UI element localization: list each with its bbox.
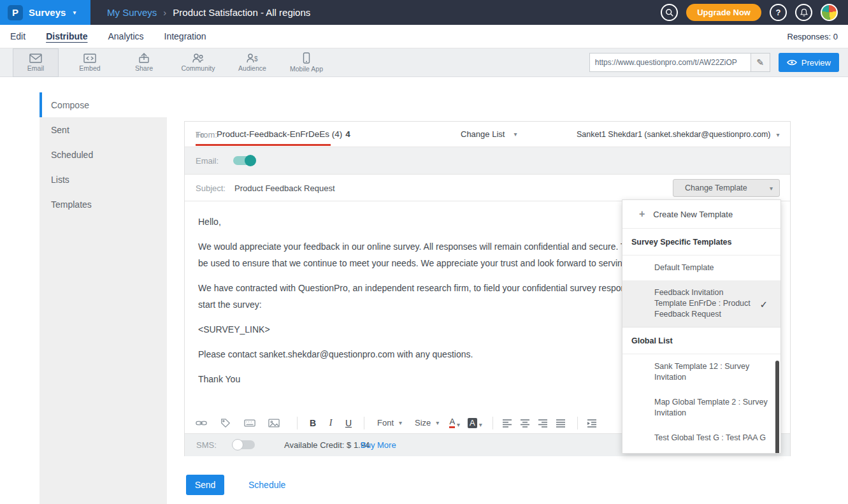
subject-row: Subject: Product Feedback Request Change… [185,175,790,201]
bold-button[interactable]: B [304,415,322,431]
align-left-icon [502,419,512,428]
underline-button[interactable]: U [340,415,357,431]
text-color-button[interactable]: A ▾ [449,417,460,428]
audience-dollar-icon: $ [246,53,259,63]
create-new-template-item[interactable]: + Create New Template [622,200,780,229]
help-button[interactable]: ? [770,4,787,21]
align-justify-button[interactable] [553,415,568,431]
chevron-down-icon: ▾ [457,421,460,428]
align-right-button[interactable] [535,415,550,431]
account-usage-avatar[interactable] [821,4,838,21]
font-family-dropdown[interactable]: Font ▾ [377,418,402,428]
channel-label: Mobile App [290,65,323,73]
recipient-row: To: Product-Feedback-EnFrDeEs (4)4 Chang… [185,122,790,147]
channel-embed[interactable]: Embed [67,48,113,77]
channel-label: Share [135,64,153,72]
change-list-dropdown[interactable]: Change List ▾ [461,129,517,139]
tag-icon [220,418,231,428]
channel-share[interactable]: Share [121,48,167,77]
sidebar-item-templates[interactable]: Templates [40,192,167,217]
selected-email-list[interactable]: Product-Feedback-EnFrDeEs (4)4 [217,129,350,139]
header-actions: Upgrade Now ? [661,4,848,21]
italic-button[interactable]: I [322,415,340,431]
tab-integration[interactable]: Integration [164,31,206,41]
sms-toggle[interactable] [233,440,255,449]
section-global-list: Global List [622,328,780,354]
highlight-color-button[interactable]: A ▾ [468,418,482,428]
insert-image-button[interactable] [266,415,282,431]
dropdown-scrollbar[interactable] [775,361,779,454]
bell-icon [800,8,808,17]
toolbar-divider [297,417,298,429]
upgrade-now-button[interactable]: Upgrade Now [686,4,761,21]
chevron-down-icon: ▾ [479,421,482,428]
tab-analytics[interactable]: Analytics [108,31,143,41]
merge-tag-button[interactable] [218,415,233,431]
sidebar-item-scheduled[interactable]: Scheduled [40,142,167,167]
sms-toggle-label: SMS: [196,440,217,450]
breadcrumb-my-surveys[interactable]: My Surveys [107,7,157,18]
align-justify-icon [556,419,566,428]
edit-url-button[interactable]: ✎ [751,54,770,71]
change-template-button[interactable]: Change Template ▾ [673,179,780,197]
section-survey-specific-templates: Survey Specific Templates [622,229,780,256]
share-icon [138,53,150,63]
preview-button[interactable]: Preview [779,53,839,72]
chevron-down-icon: ▾ [514,131,517,138]
tab-distribute[interactable]: Distribute [46,31,87,41]
channel-mobile-app[interactable]: Mobile App [284,48,329,77]
embed-code-icon [83,54,96,63]
template-item-sank-12[interactable]: Sank Template 12 : Survey Invitation [622,354,780,390]
align-right-icon [538,419,548,428]
email-toggle[interactable] [233,156,255,165]
insert-link-button[interactable] [194,415,209,431]
send-button[interactable]: Send [186,475,224,495]
sidebar-item-sent[interactable]: Sent [40,117,167,142]
channel-email[interactable]: Email [13,48,59,77]
toolbar-divider [577,417,578,429]
from-label: From: [196,130,217,140]
breadcrumb-separator-icon: › [163,7,166,18]
font-size-dropdown[interactable]: Size ▾ [415,418,439,428]
survey-url-input[interactable] [590,58,751,67]
align-left-button[interactable] [499,415,515,431]
subject-input[interactable]: Product Feedback Request [234,184,335,193]
check-icon: ✓ [759,298,768,309]
notifications-button[interactable] [795,4,812,21]
mobile-phone-icon [303,52,310,64]
sidebar-item-lists[interactable]: Lists [40,167,167,192]
toggle-knob [245,155,256,166]
from-sender-dropdown[interactable]: Sanket1 Shekdar1 (sanket.shekdar@questio… [577,130,780,139]
email-toggle-row: Email: [185,147,790,175]
channel-community[interactable]: Community [175,48,221,77]
template-item-feedback-invitation[interactable]: Feedback Invitation Template EnFrDe : Pr… [622,280,780,328]
toggle-knob [232,439,243,450]
sidebar-item-compose[interactable]: Compose [40,92,167,117]
survey-url-field: ✎ [589,53,770,72]
pencil-icon: ✎ [756,57,764,68]
indent-button[interactable] [584,415,600,431]
channel-audience[interactable]: $ Audience [229,48,275,77]
template-item-default[interactable]: Default Template [622,256,780,280]
app-menu-surveys[interactable]: P Surveys ▾ [0,0,90,25]
survey-tabs-bar: Edit Distribute Analytics Integration Re… [0,25,848,48]
channel-label: Embed [79,64,100,72]
source-code-button[interactable] [242,415,257,431]
channel-tiles: Email Embed Share Community $ Audience M… [0,48,338,77]
search-button[interactable] [661,4,678,21]
channel-bar-right: ✎ Preview [589,53,848,72]
breadcrumb-current-survey: Product Satisfaction - All regions [173,7,310,18]
schedule-link[interactable]: Schedule [248,480,285,490]
align-center-button[interactable] [517,415,533,431]
questionpro-logo: P [8,5,23,20]
search-icon [665,8,674,17]
email-sidebar: Compose Sent Scheduled Lists Templates [40,92,167,504]
template-item-map-global-2[interactable]: Map Global Template 2 : Survey Invitatio… [622,390,780,426]
template-item-test-global-g[interactable]: Test Global Test G : Test PAA G [622,426,780,450]
chevron-down-icon: ▾ [73,9,76,16]
active-list-indicator [196,144,331,146]
buy-more-link[interactable]: Buy More [361,440,396,450]
tab-edit[interactable]: Edit [10,31,25,41]
channel-label: Email [27,64,44,72]
align-center-icon [520,419,530,428]
